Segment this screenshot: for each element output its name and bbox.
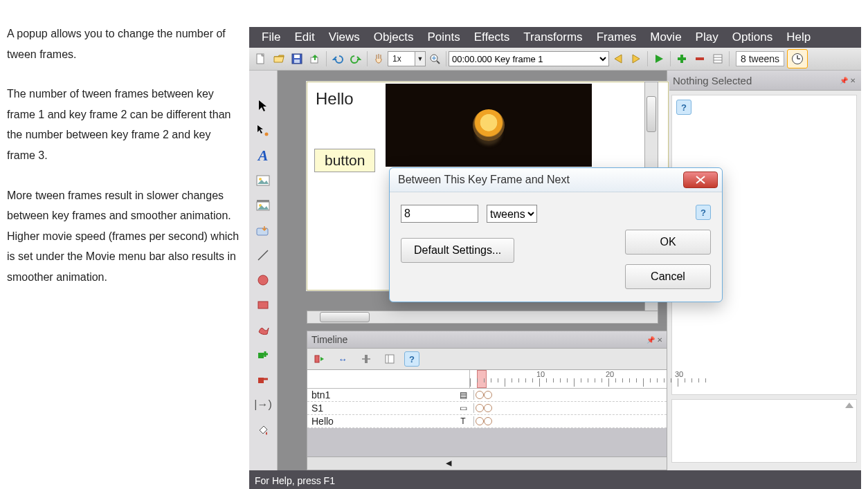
tl-tool2-icon[interactable]: ↔ — [334, 351, 351, 367]
cancel-button[interactable]: Cancel — [625, 264, 711, 289]
tool-strip: A |→) — [249, 71, 278, 470]
remove-point-icon[interactable] — [254, 372, 272, 387]
rect-tool-icon[interactable] — [254, 297, 272, 313]
svg-rect-31 — [258, 378, 264, 383]
open-icon[interactable] — [271, 50, 287, 67]
dialog-title: Between This Key Frame and Next — [398, 174, 570, 186]
prev-frame-icon[interactable] — [610, 50, 626, 67]
canvas-image[interactable] — [386, 84, 592, 167]
svg-rect-12 — [714, 55, 722, 63]
tween-settings-button[interactable] — [787, 49, 808, 68]
movie-tool-icon[interactable] — [254, 198, 272, 213]
next-frame-icon[interactable] — [628, 50, 644, 67]
ruler-10: 10 — [536, 370, 545, 378]
frames-list-icon[interactable] — [709, 50, 726, 67]
properties-title: Nothing Selected — [673, 75, 752, 86]
menu-bar: File Edit Views Objects Points Effects T… — [249, 27, 861, 48]
table-row[interactable]: S1 ▭ — [307, 402, 667, 415]
canvas-button[interactable]: button — [314, 149, 375, 172]
expand-up-icon[interactable] — [845, 403, 853, 408]
line-tool-icon[interactable] — [254, 248, 272, 263]
table-row[interactable]: Hello T — [307, 415, 667, 428]
help-p1: A popup allows you to change the number … — [7, 24, 241, 64]
svg-rect-37 — [386, 355, 394, 363]
tweens-display: 8 tweens — [736, 51, 784, 66]
tl-tool4-icon[interactable] — [381, 351, 398, 367]
properties-pin-icon[interactable]: 📌 ✕ — [840, 77, 856, 84]
export-icon[interactable] — [307, 50, 323, 67]
keyframe-select[interactable]: 00:00.000 Key frame 1 — [449, 51, 609, 66]
menu-transforms[interactable]: Transforms — [516, 29, 589, 46]
fill-tool-icon[interactable] — [254, 422, 272, 437]
timeline-pin-icon[interactable]: 📌 ✕ — [647, 336, 662, 344]
menu-edit[interactable]: Edit — [287, 29, 321, 46]
button-tool-icon[interactable] — [254, 223, 272, 238]
menu-frames[interactable]: Frames — [590, 29, 644, 46]
new-icon[interactable] — [253, 50, 269, 67]
tween-count-input[interactable] — [401, 205, 478, 223]
ruler-30: 30 — [675, 370, 683, 378]
tl-tool3-icon[interactable] — [358, 351, 374, 367]
dialog-close-button[interactable] — [683, 172, 718, 188]
doc-help-text: A popup allows you to change the number … — [7, 24, 241, 307]
tween-dialog: Between This Key Frame and Next tweens D… — [389, 167, 723, 302]
help-p2: The number of tween frames between key f… — [7, 84, 241, 165]
zoom-in-icon[interactable] — [426, 50, 443, 67]
menu-options[interactable]: Options — [725, 29, 780, 46]
svg-point-20 — [259, 178, 262, 181]
freeform-tool-icon[interactable] — [254, 322, 272, 338]
add-point-icon[interactable] — [254, 347, 272, 362]
svg-rect-3 — [294, 59, 300, 63]
redo-icon[interactable] — [347, 50, 364, 67]
tl-tool1-icon[interactable] — [311, 351, 327, 367]
table-row[interactable]: btn1 ▤ — [307, 389, 667, 402]
svg-rect-27 — [258, 302, 268, 308]
status-bar: For Help, press F1 — [249, 472, 861, 489]
menu-movie[interactable]: Movie — [643, 29, 688, 46]
menu-effects[interactable]: Effects — [467, 29, 517, 46]
svg-line-25 — [258, 250, 268, 260]
tween-unit-select[interactable]: tweens — [487, 205, 537, 223]
menu-file[interactable]: File — [255, 29, 287, 46]
image-tool-icon[interactable] — [254, 173, 272, 188]
svg-rect-24 — [257, 228, 268, 235]
timeline-panel: Timeline 📌 ✕ ↔ ? 10 — [307, 331, 667, 470]
tl-help-icon[interactable]: ? — [404, 351, 419, 367]
help-p3: More tween frames result in slower chang… — [7, 185, 241, 288]
save-icon[interactable] — [289, 50, 305, 67]
properties-lower — [671, 399, 857, 463]
ellipse-tool-icon[interactable] — [254, 273, 272, 288]
canvas-hscroll[interactable] — [307, 311, 658, 324]
ok-button[interactable]: OK — [625, 230, 711, 255]
play-icon[interactable] — [651, 50, 667, 67]
svg-rect-34 — [365, 355, 368, 363]
add-icon[interactable] — [673, 50, 690, 67]
svg-rect-22 — [257, 200, 269, 202]
select-tool-icon[interactable] — [254, 98, 272, 113]
properties-help-icon[interactable]: ? — [676, 100, 691, 115]
svg-point-26 — [258, 275, 268, 285]
speed-dropdown-icon[interactable]: ▼ — [415, 51, 426, 66]
menu-help[interactable]: Help — [779, 29, 817, 46]
svg-rect-33 — [315, 356, 319, 362]
menu-play[interactable]: Play — [689, 29, 725, 46]
remove-icon[interactable] — [691, 50, 708, 67]
canvas-text-hello[interactable]: Hello — [316, 89, 354, 109]
default-settings-button[interactable]: Default Settings... — [401, 238, 514, 263]
timeline-hscroll[interactable]: ◀ — [307, 456, 667, 470]
menu-objects[interactable]: Objects — [367, 29, 421, 46]
menu-points[interactable]: Points — [420, 29, 467, 46]
extend-tool-icon[interactable]: |→) — [254, 397, 272, 412]
text-tool-icon[interactable]: A — [254, 148, 272, 163]
svg-rect-2 — [294, 55, 300, 58]
status-text: For Help, press F1 — [255, 475, 335, 486]
toolbar: 1x ▼ 00:00.000 Key frame 1 8 tweens — [249, 48, 861, 71]
svg-line-6 — [437, 61, 440, 64]
svg-point-18 — [265, 133, 269, 136]
menu-views[interactable]: Views — [322, 29, 367, 46]
dialog-help-icon[interactable]: ? — [696, 205, 711, 220]
pan-icon[interactable] — [370, 50, 387, 67]
undo-icon[interactable] — [329, 50, 346, 67]
speed-select[interactable]: 1x — [388, 51, 415, 66]
node-tool-icon[interactable] — [254, 123, 272, 138]
